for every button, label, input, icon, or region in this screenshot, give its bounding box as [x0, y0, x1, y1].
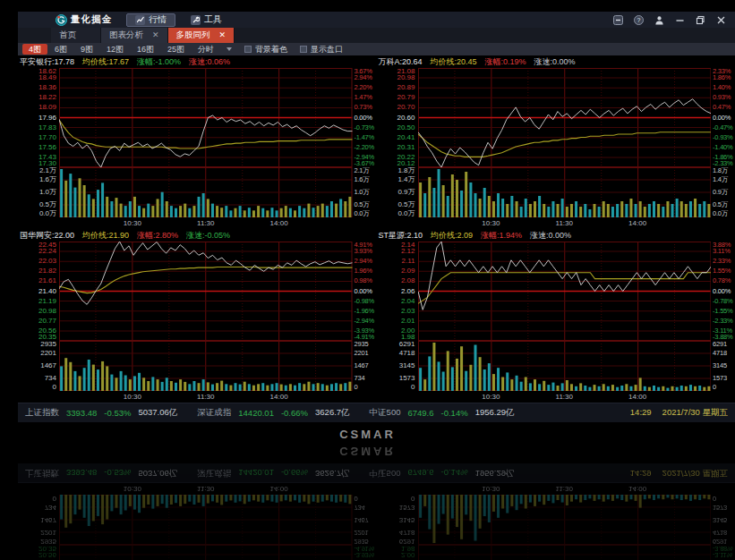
chart-grid: 平安银行:17.78 均价线:17.67 涨幅:-1.00% 涨速:0.06% … — [18, 55, 735, 403]
time-tick-label: 10:30 — [124, 393, 141, 401]
minimize-icon[interactable] — [674, 14, 685, 25]
change-speed-label: 涨速:-0.05% — [186, 230, 230, 242]
tab-chart-analysis[interactable]: 图表分析 ✕ — [101, 28, 168, 43]
volume-axis-right: 62914718314515730 — [711, 341, 735, 391]
axis-label: 18.36 — [18, 84, 56, 91]
checkbox-icon[interactable] — [244, 46, 252, 53]
index-shenzhen[interactable]: 深证成指 14420.01 -0.66% 3626.7亿 — [197, 407, 349, 419]
axis-label: 1.4万 — [377, 176, 415, 183]
change-pct-label: 涨幅:2.80% — [137, 230, 178, 242]
axis-label: 20.41 — [377, 134, 415, 141]
stock-name-price: 平安银行:17.78 — [20, 56, 74, 68]
percent-axis-right: 2.33%1.86%1.40%0.93%0.47%0.00%-0.47%-0.9… — [711, 68, 735, 167]
axis-label: 2.1万 — [355, 167, 377, 174]
volume-axis-left: 2935220114677340 — [18, 341, 59, 391]
axis-label: 2.09 — [377, 267, 415, 275]
axis-label: 2201 — [355, 350, 377, 357]
tab-multi-stock[interactable]: 多股同列 ✕ — [168, 28, 235, 43]
axis-label: 0.0万 — [18, 210, 56, 217]
axis-label: 0.47% — [713, 104, 735, 111]
volume-axis-right: 2935220114677340 — [353, 341, 377, 391]
app-logo-icon — [56, 14, 67, 26]
stock-panel-stxingyuan[interactable]: ST星源:2.10 均价线:2.09 涨幅:1.94% 涨速:0.00% 2.1… — [377, 229, 735, 403]
axis-label: 1.47% — [355, 94, 377, 101]
scene: 量化掘金 行情 工具 — [0, 443, 735, 560]
stock-panel-guohua[interactable]: 国华网安:22.00 均价线:21.90 涨幅:2.80% 涨速:-0.05% … — [18, 229, 377, 403]
price-plot[interactable] — [59, 242, 353, 341]
time-tick-label: 14:00 — [270, 393, 288, 401]
title-bar[interactable]: 量化掘金 行情 工具 — [18, 12, 735, 28]
axis-label: 0 — [18, 384, 56, 391]
price-axis-left: 2.142.122.112.092.082.062.042.032.012.00… — [377, 242, 418, 341]
time-tick-label: 10:30 — [482, 219, 500, 227]
price-plot[interactable] — [418, 242, 712, 341]
price-plot[interactable] — [59, 68, 353, 167]
axis-label: 3145 — [713, 362, 735, 369]
tab-home[interactable]: 首页 — [51, 28, 101, 43]
volume-axis-left: 2.1万1.6万1.0万0.5万0.0万 — [18, 167, 59, 217]
stock-panel-pingan[interactable]: 平安银行:17.78 均价线:17.67 涨幅:-1.00% 涨速:0.06% … — [18, 55, 377, 229]
checkbox-icon[interactable] — [300, 46, 307, 53]
user-account-icon[interactable] — [654, 14, 664, 25]
time-axis: 10:3011:3014:00 — [418, 217, 712, 229]
volume-plot[interactable] — [418, 341, 712, 391]
status-bar: 上证指数 3393.48 -0.53% 5037.06亿 深证成指 14420.… — [18, 403, 735, 422]
volume-plot[interactable] — [59, 167, 353, 217]
panel-toggle-icon[interactable] — [612, 14, 623, 25]
axis-label: 1467 — [18, 362, 56, 369]
change-speed-label: 涨速:0.00% — [534, 56, 576, 68]
index-change: -0.53% — [104, 408, 131, 418]
menu-tools-label: 工具 — [204, 13, 222, 26]
tab-close-icon[interactable]: ✕ — [219, 31, 226, 39]
show-orderbook-checkbox[interactable]: 显示盘口 — [300, 44, 343, 55]
layout-4-button[interactable]: 4图 — [22, 44, 47, 55]
volume-plot[interactable] — [418, 167, 712, 217]
axis-label: 734 — [18, 375, 56, 382]
layout-16-button[interactable]: 16图 — [131, 44, 160, 55]
stock-panel-vanke[interactable]: 万科A:20.64 均价线:20.45 涨幅:0.19% 涨速:0.00% 21… — [377, 55, 735, 229]
axis-label: 21.40 — [18, 288, 56, 295]
price-axis-left: 21.0820.9820.8920.7920.7020.6020.5020.41… — [377, 68, 418, 167]
axis-label: 4718 — [377, 350, 415, 357]
close-icon[interactable] — [715, 14, 726, 25]
axis-label: 734 — [355, 375, 377, 382]
axis-label: 2.11 — [377, 258, 415, 265]
index-change: -0.14% — [441, 408, 468, 418]
axis-label: 20.50 — [377, 124, 415, 132]
axis-label: 0.98% — [355, 277, 377, 284]
axis-label: -0.78% — [713, 298, 735, 305]
axis-label: 3.11% — [713, 248, 735, 255]
restore-icon[interactable] — [695, 14, 705, 25]
index-turnover: 1956.29亿 — [475, 407, 515, 419]
menu-quotes[interactable]: 行情 — [126, 13, 175, 27]
price-axis-left: 18.6218.4918.3618.2218.0917.9617.8317.70… — [18, 68, 59, 167]
volume-plot[interactable] — [59, 341, 353, 391]
layout-12-button[interactable]: 12图 — [100, 44, 130, 55]
time-tick-label: 10:30 — [124, 219, 141, 227]
avg-price-label: 均价线:17.67 — [82, 56, 129, 68]
axis-label: 2.94% — [355, 258, 377, 265]
price-plot[interactable] — [418, 68, 712, 167]
chevron-down-icon[interactable] — [226, 47, 232, 51]
axis-label: 20.70 — [377, 104, 415, 111]
layout-25-button[interactable]: 25图 — [161, 44, 191, 55]
layout-6-button[interactable]: 6图 — [48, 44, 73, 55]
help-icon[interactable]: ? — [633, 14, 644, 25]
axis-label: 0.00% — [355, 115, 377, 122]
time-tick-label: 11:30 — [556, 219, 573, 227]
index-shanghai[interactable]: 上证指数 3393.48 -0.53% 5037.06亿 — [25, 407, 177, 419]
index-name: 深证成指 — [197, 407, 231, 419]
menu-tools[interactable]: 工具 — [183, 13, 230, 27]
app-title: 量化掘金 — [71, 13, 112, 26]
axis-label: 6291 — [713, 341, 735, 348]
background-shading-checkbox[interactable]: 背景着色 — [244, 44, 287, 55]
csmar-watermark: CSMAR — [0, 428, 735, 441]
change-pct-label: 涨幅:-1.00% — [137, 56, 181, 68]
intraday-button[interactable]: 分时 — [192, 44, 220, 55]
axis-label: 0.0万 — [377, 210, 415, 217]
index-csi500[interactable]: 中证500 6749.6 -0.14% 1956.29亿 — [370, 407, 515, 419]
axis-label: 0.93% — [713, 94, 735, 101]
tab-close-icon[interactable]: ✕ — [152, 31, 159, 39]
axis-label: 22.03 — [18, 258, 56, 265]
layout-9-button[interactable]: 9图 — [74, 44, 99, 55]
